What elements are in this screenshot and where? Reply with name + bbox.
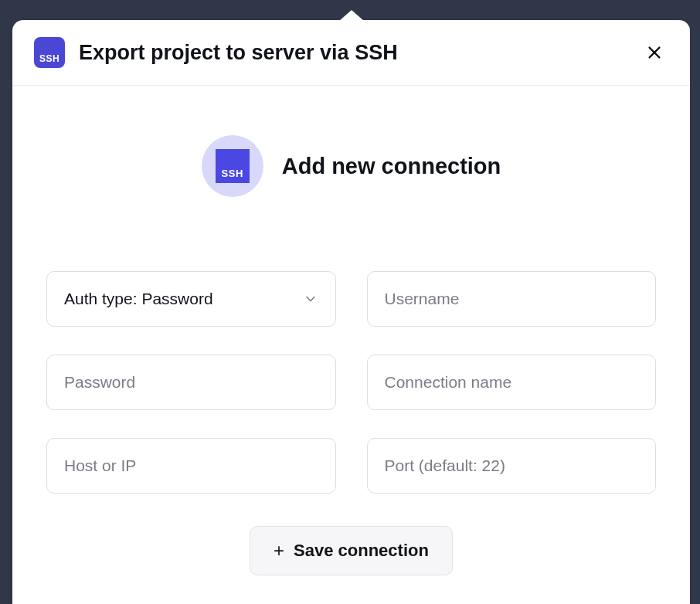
ssh-icon: SSH (34, 37, 65, 68)
popover-caret (339, 10, 364, 21)
username-field[interactable] (385, 290, 639, 308)
username-field-wrapper (367, 271, 657, 327)
connection-name-field-wrapper (367, 355, 657, 410)
section-header: SSH Add new connection (12, 86, 690, 197)
dialog-backdrop: SSH Export project to server via SSH SSH… (0, 0, 700, 604)
plus-icon: + (274, 541, 284, 560)
ssh-icon: SSH (216, 149, 250, 183)
connection-form: Auth type: Password (12, 197, 690, 494)
ssh-avatar: SSH (202, 135, 263, 197)
host-field-wrapper (46, 438, 336, 494)
dialog-title: Export project to server via SSH (79, 41, 641, 65)
password-field-wrapper (46, 355, 336, 410)
close-icon (646, 44, 663, 61)
dialog-header: SSH Export project to server via SSH (12, 20, 690, 86)
chevron-down-icon (303, 291, 318, 307)
save-connection-button[interactable]: + Save connection (250, 526, 453, 575)
close-button[interactable] (641, 39, 668, 66)
host-field[interactable] (64, 456, 318, 475)
ssh-icon-label: SSH (39, 53, 59, 64)
save-button-label: Save connection (294, 541, 429, 561)
auth-type-label: Auth type: Password (64, 290, 213, 308)
connection-name-field[interactable] (385, 373, 639, 392)
port-field[interactable] (385, 456, 639, 475)
section-title: Add new connection (282, 154, 501, 179)
dialog-footer: + Save connection (12, 494, 690, 575)
password-field[interactable] (64, 373, 318, 392)
export-ssh-dialog: SSH Export project to server via SSH SSH… (12, 20, 690, 604)
auth-type-select[interactable]: Auth type: Password (46, 271, 336, 327)
port-field-wrapper (367, 438, 657, 494)
ssh-icon-label: SSH (222, 168, 243, 179)
